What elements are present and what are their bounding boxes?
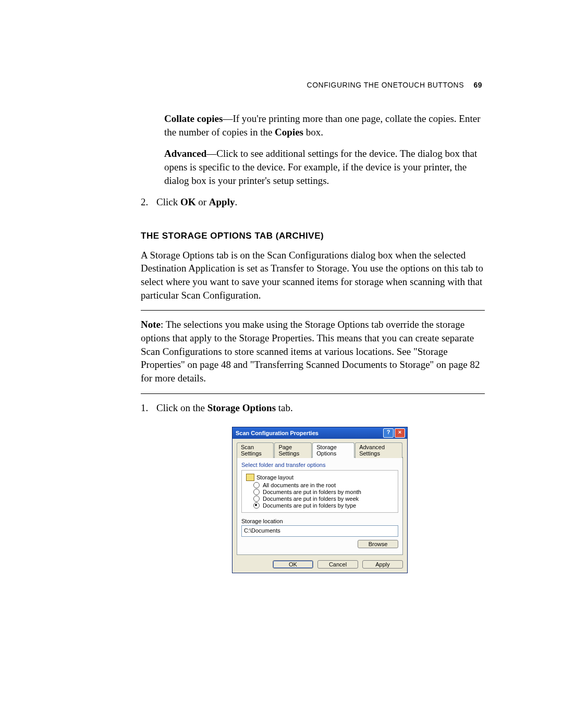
tab-page-settings[interactable]: Page Settings [274, 442, 312, 458]
step2-ok: OK [180, 196, 196, 207]
tab-panel: Select folder and transfer options Stora… [237, 457, 403, 555]
advanced-lead: Advanced [164, 148, 206, 159]
fieldset-legend: Select folder and transfer options [241, 462, 398, 468]
storage-layout-fieldset: Storage layout All documents are in the … [241, 470, 398, 513]
radio-label: Documents are put in folders by month [263, 489, 361, 495]
storage-location-label: Storage location [241, 518, 398, 524]
radio-icon [253, 496, 260, 502]
collate-paragraph: Collate copies—If you're printing more t… [164, 112, 485, 139]
step-2: 2. Click OK or Apply. [141, 195, 485, 209]
advanced-body: —Click to see additional settings for th… [164, 148, 477, 186]
step-2-text: Click OK or Apply. [156, 195, 485, 209]
dialog-footer: OK Cancel Apply [237, 560, 403, 569]
radio-root[interactable]: All documents are in the root [253, 482, 394, 488]
step1-a: Click on the [156, 402, 207, 413]
radio-by-type[interactable]: Documents are put in folders by type [253, 502, 394, 509]
storage-paragraph: A Storage Options tab is on the Scan Con… [141, 249, 485, 302]
advanced-paragraph: Advanced—Click to see additional setting… [164, 147, 485, 187]
dialog-title: Scan Configuration Properties [235, 430, 382, 436]
help-button[interactable]: ? [383, 428, 394, 438]
ok-button[interactable]: OK [273, 560, 313, 569]
cancel-button[interactable]: Cancel [317, 560, 358, 569]
radio-icon [253, 489, 260, 495]
running-header: CONFIGURING THE ONETOUCH BUTTONS 69 [307, 81, 482, 89]
close-button[interactable]: × [395, 428, 405, 438]
step2-a: Click [156, 196, 180, 207]
radio-by-week[interactable]: Documents are put in folders by week [253, 496, 394, 502]
tab-storage-options[interactable]: Storage Options [312, 442, 354, 458]
page-number: 69 [473, 81, 482, 89]
note-lead: Note [141, 319, 161, 330]
radio-icon [253, 482, 260, 488]
browse-button[interactable]: Browse [358, 540, 398, 548]
section-heading: THE STORAGE OPTIONS TAB (ARCHIVE) [141, 231, 485, 241]
divider [141, 393, 485, 394]
dialog-tabs: Scan Settings Page Settings Storage Opti… [237, 442, 403, 458]
tab-scan-settings[interactable]: Scan Settings [237, 442, 274, 458]
folder-icon [246, 474, 254, 481]
step1-storage-options: Storage Options [207, 402, 276, 413]
storage-layout-head: Storage layout [246, 474, 394, 481]
step2-c: or [195, 196, 209, 207]
note-paragraph: Note: The selections you make using the … [141, 318, 485, 385]
step1-c: tab. [276, 402, 293, 413]
storage-path-input[interactable]: C:\Documents [241, 525, 398, 537]
radio-by-month[interactable]: Documents are put in folders by month [253, 489, 394, 495]
scan-config-dialog: Scan Configuration Properties ? × Scan S… [232, 427, 408, 573]
step2-e: . [235, 196, 237, 207]
step2-apply: Apply [209, 196, 235, 207]
step-number: 2. [141, 195, 156, 209]
tab-advanced-settings[interactable]: Advanced Settings [355, 442, 402, 458]
radio-label: All documents are in the root [263, 482, 336, 488]
radio-icon [253, 502, 260, 509]
radio-label: Documents are put in folders by type [263, 502, 356, 509]
note-body: : The selections you make using the Stor… [141, 319, 480, 384]
dialog-titlebar: Scan Configuration Properties ? × [232, 427, 407, 439]
collate-tail: box. [303, 127, 323, 138]
storage-layout-label: Storage layout [256, 474, 293, 480]
divider [141, 310, 485, 311]
apply-button[interactable]: Apply [362, 560, 403, 569]
step-1: 1. Click on the Storage Options tab. [141, 401, 485, 415]
copies-word: Copies [275, 127, 303, 138]
step-number: 1. [141, 401, 156, 415]
running-header-text: CONFIGURING THE ONETOUCH BUTTONS [307, 81, 464, 89]
collate-lead: Collate copies [164, 113, 223, 124]
step-1-text: Click on the Storage Options tab. [156, 401, 485, 415]
radio-label: Documents are put in folders by week [263, 496, 359, 502]
